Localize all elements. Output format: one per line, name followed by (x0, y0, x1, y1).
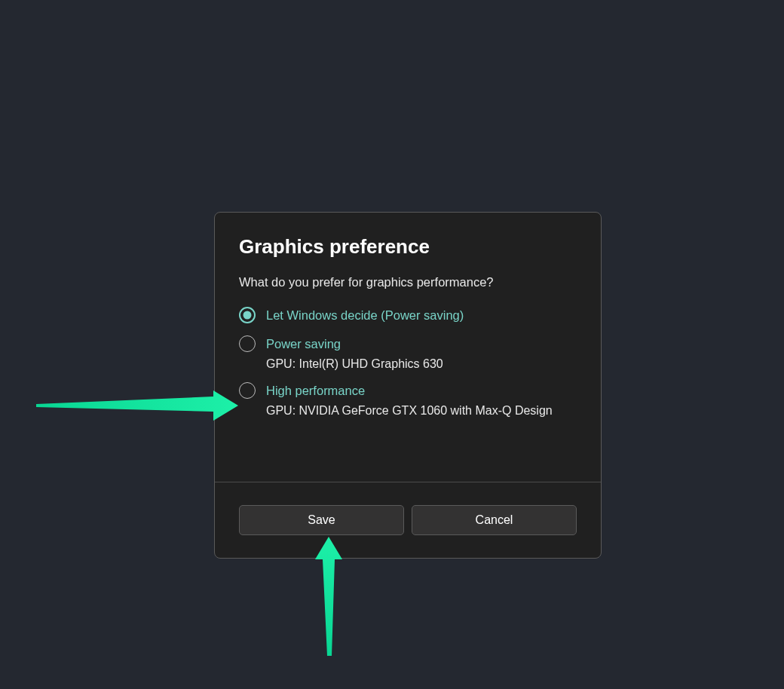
option-power-saving[interactable]: Power saving GPU: Intel(R) UHD Graphics … (239, 335, 577, 371)
option-body: Power saving GPU: Intel(R) UHD Graphics … (266, 335, 443, 371)
option-label: Let Windows decide (Power saving) (266, 307, 464, 324)
option-label: Power saving (266, 335, 443, 353)
option-body: High performance GPU: NVIDIA GeForce GTX… (266, 381, 553, 418)
dialog-footer: Save Cancel (215, 482, 601, 558)
graphics-preference-dialog: Graphics preference What do you prefer f… (214, 212, 602, 559)
radio-selected-icon (239, 307, 256, 323)
option-high-performance[interactable]: High performance GPU: NVIDIA GeForce GTX… (239, 381, 577, 418)
cancel-button[interactable]: Cancel (412, 505, 577, 535)
option-detail: GPU: NVIDIA GeForce GTX 1060 with Max-Q … (266, 404, 553, 418)
radio-unselected-icon (239, 382, 256, 399)
option-label: High performance (266, 382, 553, 400)
option-detail: GPU: Intel(R) UHD Graphics 630 (266, 357, 443, 371)
save-button[interactable]: Save (239, 505, 404, 535)
dialog-body: Graphics preference What do you prefer f… (215, 213, 601, 482)
dialog-question: What do you prefer for graphics performa… (239, 275, 577, 289)
option-body: Let Windows decide (Power saving) (266, 306, 464, 324)
dialog-title: Graphics preference (239, 235, 577, 259)
svg-marker-0 (36, 390, 238, 421)
option-let-windows-decide[interactable]: Let Windows decide (Power saving) (239, 306, 577, 324)
annotation-arrow-right-icon (36, 383, 240, 428)
radio-unselected-icon (239, 335, 256, 352)
